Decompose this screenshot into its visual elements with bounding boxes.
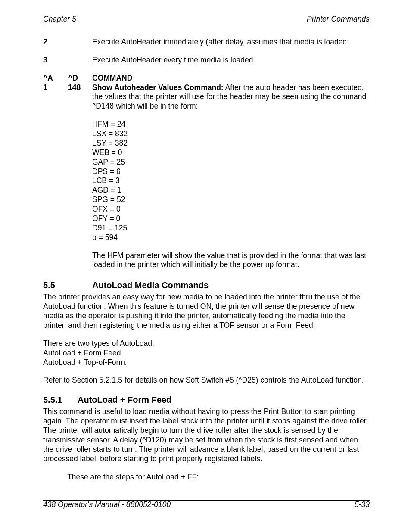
- value-line: LSX = 832: [92, 129, 370, 139]
- value-line: WEB = 0: [92, 148, 370, 158]
- subsection-heading: 5.5.1 AutoLoad + Form Feed: [43, 395, 370, 405]
- column-command-header: COMMAND: [92, 74, 370, 83]
- value-line: AGD = 1: [92, 186, 370, 195]
- command-row: 1 148 Show Autoheader Values Command: Af…: [43, 83, 370, 112]
- value-line: D91 = 125: [92, 224, 370, 233]
- paragraph: Refer to Section 5.2.1.5 for details on …: [43, 376, 370, 385]
- body-content: 2 Execute AutoHeader immediately (after …: [43, 37, 370, 482]
- text-line: AutoLoad + Top-of-Form.: [43, 358, 127, 367]
- command-block: ^A ^D COMMAND 1 148 Show Autoheader Valu…: [43, 74, 370, 112]
- command-header-row: ^A ^D COMMAND: [43, 74, 370, 83]
- value-line: SPG = 52: [92, 195, 370, 205]
- section-heading: 5.5 AutoLoad Media Commands: [43, 280, 370, 291]
- command-description: Show Autoheader Values Command: After th…: [92, 83, 370, 112]
- column-a-header: ^A: [43, 74, 68, 83]
- footer-manual-title: 438 Operator's Manual - 880052-0100: [43, 500, 171, 510]
- header-section: Printer Commands: [307, 15, 370, 24]
- option-row: 3 Execute AutoHeader every time media is…: [43, 56, 370, 65]
- command-title: Show Autoheader Values Command:: [92, 83, 224, 92]
- value-line: LSY = 382: [92, 139, 370, 148]
- page: Chapter 5 Printer Commands 2 Execute Aut…: [0, 0, 411, 532]
- value-line: HFM = 24: [92, 120, 370, 129]
- subsection-number: 5.5.1: [43, 395, 78, 405]
- option-text: Execute AutoHeader immediately (after de…: [92, 37, 370, 47]
- value-d: 148: [68, 83, 92, 112]
- steps-intro: These are the steps for AutoLoad + FF:: [67, 473, 370, 482]
- value-line: b = 594: [92, 233, 370, 243]
- footer-page-number: 5-33: [355, 500, 370, 510]
- value-line: OFX = 0: [92, 205, 370, 214]
- column-d-header: ^D: [68, 74, 92, 83]
- option-text: Execute AutoHeader every time media is l…: [92, 56, 370, 65]
- text-line: There are two types of AutoLoad:: [43, 339, 154, 348]
- paragraph: The printer provides an easy way for new…: [43, 292, 370, 330]
- page-header: Chapter 5 Printer Commands: [43, 15, 370, 25]
- subsection-title: AutoLoad + Form Feed: [78, 395, 171, 405]
- section-title: AutoLoad Media Commands: [92, 280, 209, 291]
- value-a: 1: [43, 83, 68, 112]
- text-line: AutoLoad + Form Feed: [43, 348, 121, 357]
- header-chapter: Chapter 5: [43, 15, 76, 24]
- autoheader-values-list: HFM = 24 LSX = 832 LSY = 382 WEB = 0 GAP…: [92, 120, 370, 242]
- page-footer: 438 Operator's Manual - 880052-0100 5-33: [43, 500, 370, 510]
- option-number: 2: [43, 37, 92, 47]
- paragraph: This command is useful to load media wit…: [43, 407, 370, 464]
- section-number: 5.5: [43, 280, 92, 291]
- option-number: 3: [43, 56, 92, 65]
- value-line: LCB = 3: [92, 176, 370, 186]
- value-line: OFY = 0: [92, 214, 370, 224]
- command-note: The HFM parameter will show the value th…: [92, 251, 370, 270]
- value-line: DPS = 6: [92, 167, 370, 177]
- paragraph: There are two types of AutoLoad: AutoLoa…: [43, 339, 370, 367]
- value-line: GAP = 25: [92, 158, 370, 167]
- option-row: 2 Execute AutoHeader immediately (after …: [43, 37, 370, 47]
